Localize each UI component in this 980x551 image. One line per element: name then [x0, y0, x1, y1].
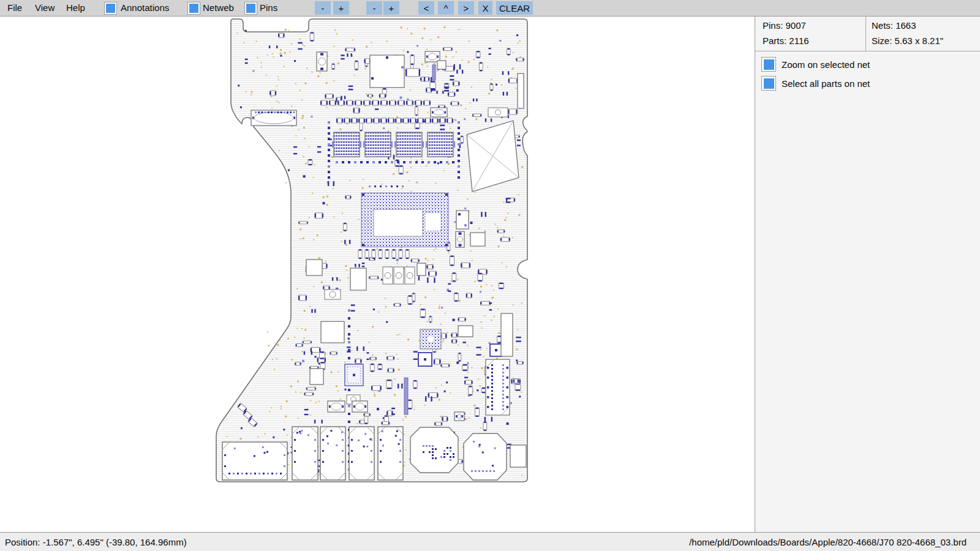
pins-label: Pins [260, 2, 277, 13]
board-layers [216, 19, 527, 482]
file-path: /home/pld/Downloads/Boards/Apple/820-466… [689, 537, 967, 547]
plus-2-button[interactable]: + [383, 1, 399, 15]
menu-help[interactable]: Help [66, 2, 85, 13]
zoom-in-button[interactable]: + [333, 1, 349, 15]
stat-size: Size: 5.63 x 8.21" [872, 36, 943, 46]
menu-bar: File View Help Annotations Netweb Pins -… [0, 0, 980, 17]
up-arrow-button[interactable]: ^ [438, 1, 454, 15]
netweb-checkbox[interactable] [187, 2, 200, 15]
stats-divider [865, 17, 866, 51]
minus-2-button[interactable]: - [366, 1, 382, 15]
pins-checkbox-fill [246, 4, 255, 13]
pins-checkbox[interactable] [244, 2, 257, 15]
zoom-out-button[interactable]: - [315, 1, 331, 15]
position-readout: Position: -1.567", 6.495" (-39.80, 164.9… [5, 537, 187, 547]
pcb-board[interactable] [0, 17, 755, 532]
pcb-canvas[interactable] [0, 17, 755, 532]
status-bar: Position: -1.567", 6.495" (-39.80, 164.9… [0, 532, 980, 551]
annotations-checkbox-fill [106, 4, 115, 13]
menu-file[interactable]: File [7, 2, 22, 13]
left-arrow-button[interactable]: < [418, 1, 434, 15]
select-all-parts-checkbox-fill [764, 78, 774, 89]
stat-nets: Nets: 1663 [872, 20, 916, 31]
zoom-on-net-checkbox-fill [764, 59, 774, 70]
select-all-parts-label: Select all parts on net [782, 78, 870, 89]
right-arrow-button[interactable]: > [458, 1, 474, 15]
annotations-label: Annotations [121, 2, 169, 13]
menu-view[interactable]: View [35, 2, 55, 13]
select-all-parts-option: Select all parts on net [761, 76, 870, 91]
clear-button[interactable]: CLEAR [496, 1, 533, 15]
annotations-checkbox[interactable] [104, 2, 117, 15]
stat-parts: Parts: 2116 [763, 36, 809, 46]
netweb-checkbox-fill [189, 4, 198, 13]
zoom-on-net-option: Zoom on selected net [761, 57, 870, 72]
x-button[interactable]: X [478, 1, 492, 15]
select-all-parts-checkbox[interactable] [761, 76, 776, 91]
zoom-on-net-checkbox[interactable] [761, 57, 776, 72]
stat-pins: Pins: 9007 [763, 20, 806, 31]
board-stats: Pins: 9007 Parts: 2116 Nets: 1663 Size: … [755, 17, 980, 51]
zoom-on-net-label: Zoom on selected net [782, 59, 870, 70]
side-panel: Pins: 9007 Parts: 2116 Nets: 1663 Size: … [755, 17, 980, 532]
netweb-label: Netweb [203, 2, 234, 13]
